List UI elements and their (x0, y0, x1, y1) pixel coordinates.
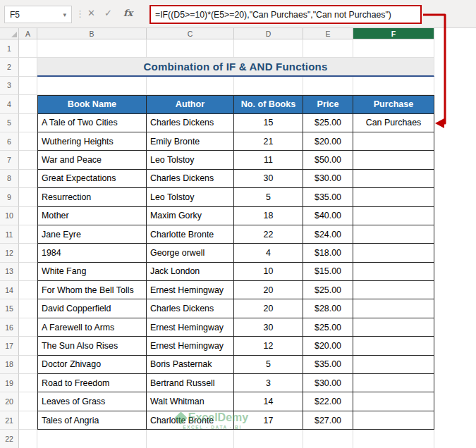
cell-a13[interactable] (19, 263, 37, 281)
cancel-icon[interactable]: ✕ (87, 8, 95, 18)
selected-cell-f5[interactable]: Can Purchaes (353, 114, 434, 132)
cell-a15[interactable] (19, 299, 37, 318)
table-cell[interactable] (353, 132, 434, 151)
table-cell[interactable]: Ernest Hemingway (147, 337, 234, 355)
table-cell[interactable]: Jack London (147, 263, 234, 281)
table-cell[interactable]: Emily Bronte (147, 132, 234, 151)
table-cell[interactable]: 1984 (37, 244, 147, 262)
table-header-4[interactable]: Price (303, 95, 353, 113)
table-cell[interactable]: Great Expectations (37, 170, 147, 188)
row-header-21[interactable]: 21 (0, 411, 19, 430)
column-header-c[interactable]: C (147, 28, 234, 39)
table-cell[interactable]: $25.00 (303, 281, 353, 299)
table-cell[interactable]: $35.00 (303, 188, 353, 206)
chevron-down-icon[interactable]: ▾ (63, 11, 66, 18)
table-cell[interactable]: $20.00 (303, 132, 353, 151)
empty-cell[interactable] (303, 77, 353, 95)
table-cell[interactable]: Charles Dickens (147, 299, 234, 318)
table-cell[interactable]: For Whom the Bell Tolls (37, 281, 147, 299)
row-header-16[interactable]: 16 (0, 318, 19, 337)
table-header-1[interactable]: Book Name (37, 95, 147, 113)
empty-cell[interactable] (37, 430, 147, 448)
table-cell[interactable]: $22.00 (303, 392, 353, 411)
table-cell[interactable]: Leo Tolstoy (147, 188, 234, 206)
table-cell[interactable]: 21 (234, 132, 303, 151)
select-all-button[interactable] (0, 28, 19, 39)
cell-a9[interactable] (19, 188, 37, 206)
table-cell[interactable]: Ernest Hemingway (147, 318, 234, 337)
row-header-5[interactable]: 5 (0, 114, 19, 132)
table-cell[interactable]: 12 (234, 337, 303, 355)
table-cell[interactable]: $24.00 (303, 225, 353, 244)
table-cell[interactable]: 11 (234, 151, 303, 169)
table-cell[interactable]: Road to Freedom (37, 374, 147, 392)
row-header-17[interactable]: 17 (0, 337, 19, 355)
table-cell[interactable]: 18 (234, 207, 303, 225)
row-header-6[interactable]: 6 (0, 132, 19, 151)
empty-cell[interactable] (234, 39, 303, 58)
empty-cell[interactable] (147, 77, 234, 95)
cell-a16[interactable] (19, 318, 37, 337)
empty-cell[interactable] (353, 77, 434, 95)
table-cell[interactable] (353, 318, 434, 337)
table-cell[interactable]: Bertrand Russell (147, 374, 234, 392)
table-header-3[interactable]: No. of Books (234, 95, 303, 113)
table-cell[interactable]: The Sun Also Rises (37, 337, 147, 355)
cell-a17[interactable] (19, 337, 37, 355)
table-cell[interactable]: 4 (234, 244, 303, 262)
table-cell[interactable]: Jane Eyre (37, 225, 147, 244)
row-header-8[interactable]: 8 (0, 170, 19, 188)
table-cell[interactable]: 3 (234, 374, 303, 392)
table-cell[interactable]: Doctor Zhivago (37, 356, 147, 374)
table-cell[interactable]: Ernest Hemingway (147, 281, 234, 299)
empty-cell[interactable] (303, 430, 353, 448)
table-cell[interactable]: 17 (234, 411, 303, 430)
table-cell[interactable]: 30 (234, 170, 303, 188)
row-header-3[interactable]: 3 (0, 77, 19, 95)
table-cell[interactable]: $30.00 (303, 374, 353, 392)
row-header-11[interactable]: 11 (0, 225, 19, 244)
row-header-15[interactable]: 15 (0, 299, 19, 318)
enter-icon[interactable]: ✓ (104, 8, 112, 18)
table-cell[interactable]: $25.00 (303, 318, 353, 337)
cell-a8[interactable] (19, 170, 37, 188)
table-cell[interactable] (353, 244, 434, 262)
cell-a20[interactable] (19, 392, 37, 411)
table-cell[interactable]: $30.00 (303, 170, 353, 188)
column-header-a[interactable]: A (19, 28, 37, 39)
cell-a5[interactable] (19, 114, 37, 132)
insert-function-icon[interactable]: fx (123, 8, 133, 18)
table-cell[interactable]: 10 (234, 263, 303, 281)
table-cell[interactable]: 5 (234, 356, 303, 374)
table-cell[interactable]: 5 (234, 188, 303, 206)
table-cell[interactable]: Wuthering Heights (37, 132, 147, 151)
formula-input[interactable]: =IF((D5>=10)*(E5>=20),"Can Purchaes","Ca… (149, 5, 422, 24)
table-cell[interactable]: Leo Tolstoy (147, 151, 234, 169)
table-cell[interactable]: Walt Whitman (147, 392, 234, 411)
row-header-7[interactable]: 7 (0, 151, 19, 169)
row-header-13[interactable]: 13 (0, 263, 19, 281)
table-cell[interactable] (353, 356, 434, 374)
column-header-e[interactable]: E (303, 28, 353, 39)
row-header-19[interactable]: 19 (0, 374, 19, 392)
empty-cell[interactable] (234, 77, 303, 95)
table-cell[interactable]: 30 (234, 318, 303, 337)
table-cell[interactable]: Charles Dickens (147, 114, 234, 132)
table-cell[interactable] (353, 374, 434, 392)
table-cell[interactable]: 14 (234, 392, 303, 411)
row-header-10[interactable]: 10 (0, 207, 19, 225)
table-cell[interactable] (353, 299, 434, 318)
row-header-20[interactable]: 20 (0, 392, 19, 411)
table-cell[interactable]: Mother (37, 207, 147, 225)
table-cell[interactable]: 20 (234, 299, 303, 318)
table-cell[interactable]: Charlotte Bronte (147, 225, 234, 244)
table-header-5[interactable]: Purchase (353, 95, 434, 113)
row-header-9[interactable]: 9 (0, 188, 19, 206)
table-cell[interactable]: Tales of Angria (37, 411, 147, 430)
empty-cell[interactable] (37, 77, 147, 95)
table-cell[interactable] (353, 337, 434, 355)
table-cell[interactable] (353, 281, 434, 299)
table-cell[interactable]: Boris Pasternak (147, 356, 234, 374)
row-header-14[interactable]: 14 (0, 281, 19, 299)
table-cell[interactable] (353, 225, 434, 244)
